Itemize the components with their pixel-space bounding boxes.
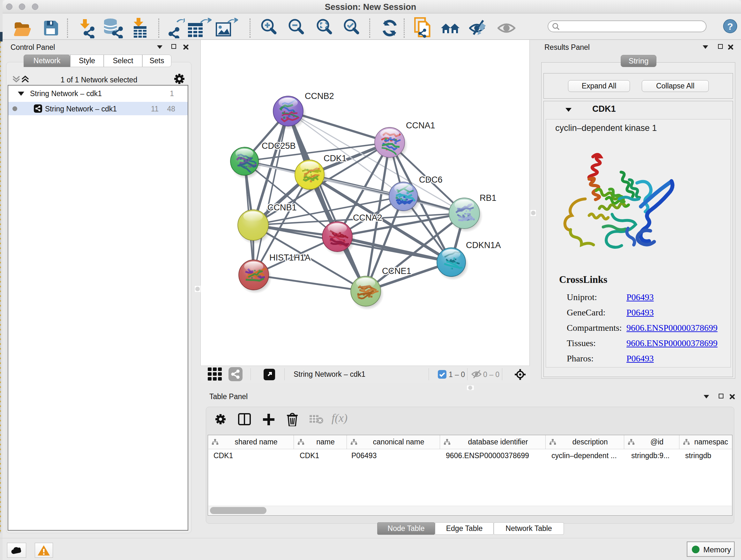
- svg-text:CCNB1: CCNB1: [267, 203, 297, 212]
- svg-text:CCNE1: CCNE1: [382, 266, 411, 276]
- svg-text:CDC6: CDC6: [419, 175, 443, 185]
- svg-text:CDC25B: CDC25B: [262, 141, 296, 151]
- svg-text:RB1: RB1: [480, 193, 496, 203]
- svg-text:HIST1H1A: HIST1H1A: [269, 253, 311, 262]
- svg-text:CCNB2: CCNB2: [305, 91, 334, 101]
- svg-text:CCNA1: CCNA1: [406, 121, 435, 130]
- svg-text:CDKN1A: CDKN1A: [466, 240, 501, 250]
- svg-text:CDK1: CDK1: [324, 153, 347, 163]
- svg-text:CCNA2: CCNA2: [353, 213, 382, 223]
